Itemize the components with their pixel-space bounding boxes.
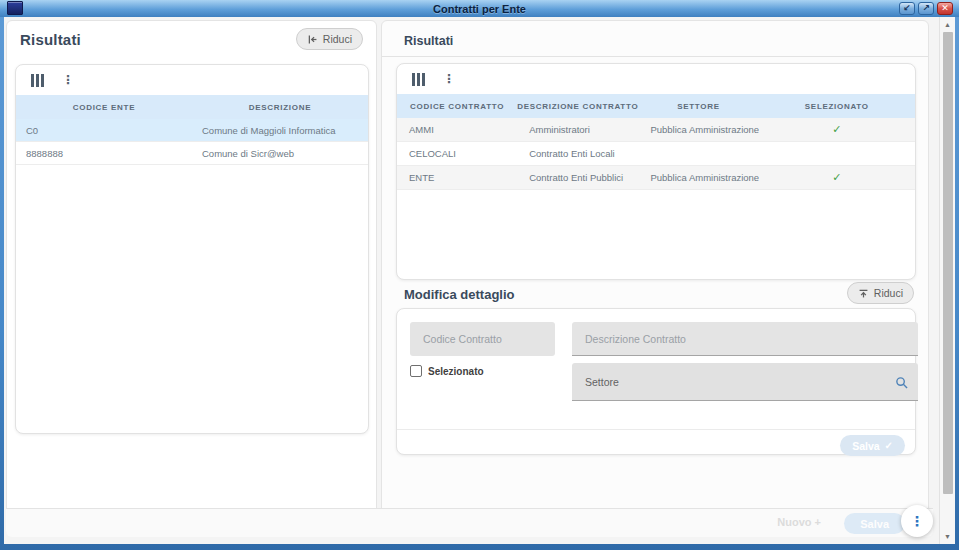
collapse-up-icon xyxy=(858,288,869,299)
table-menu-icon[interactable]: ⋮ xyxy=(62,74,74,86)
footer-salva-button[interactable]: Salva xyxy=(844,513,905,534)
codice-contratto-input[interactable] xyxy=(410,322,555,356)
collapse-button-label: Riduci xyxy=(323,33,352,45)
selezionato-checkbox[interactable] xyxy=(410,365,422,377)
column-header-codice-contratto[interactable]: CODICE CONTRATTO xyxy=(397,102,517,111)
table-row[interactable]: CELOCALIContratto Enti Locali xyxy=(397,142,915,166)
detail-form-card: Selezionato Salva ✓ xyxy=(396,308,916,455)
selezionato-label: Selezionato xyxy=(428,366,484,377)
descrizione-contratto-input[interactable] xyxy=(572,322,918,356)
titlebar: Contratti per Ente ↙ ↗ ✕ xyxy=(0,0,959,17)
ente-table-rows: C0Comune di Maggioli Informatica8888888C… xyxy=(16,119,368,165)
nuovo-button[interactable]: Nuovo + xyxy=(777,516,821,528)
table-row[interactable]: AMMIAmministratoriPubblica Amministrazio… xyxy=(397,118,915,142)
table-row[interactable]: ENTEContratto Enti PubbliciPubblica Ammi… xyxy=(397,166,915,190)
app-logo-icon xyxy=(7,1,23,15)
footer-bar: Nuovo + Salva ⋮ xyxy=(6,508,933,537)
enti-table-toolbar: ⋮ xyxy=(16,65,368,95)
column-header-codice-ente[interactable]: CODICE ENTE xyxy=(16,103,192,112)
contratti-results-title: Risultati xyxy=(404,34,453,48)
table-row[interactable]: 8888888Comune di Sicr@web xyxy=(16,142,368,165)
column-header-descrizione-contratto[interactable]: DESCRIZIONE CONTRATTO xyxy=(517,102,638,111)
divider xyxy=(382,56,928,57)
enti-table-header: CODICE ENTE DESCRIZIONE xyxy=(16,95,368,119)
contratti-table-card: ⋮ CODICE CONTRATTO DESCRIZIONE CONTRATTO… xyxy=(396,63,916,280)
table-menu-icon[interactable]: ⋮ xyxy=(443,73,455,85)
maximize-window-button[interactable]: ↗ xyxy=(918,2,934,15)
enti-table-card: ⋮ CODICE ENTE DESCRIZIONE C0Comune di Ma… xyxy=(15,64,369,434)
vertical-scrollbar[interactable]: ▲ ▼ xyxy=(939,17,955,544)
footer-menu-fab[interactable]: ⋮ xyxy=(901,505,933,537)
window-content: Risultati Riduci ⋮ CODICE ENTE xyxy=(4,17,955,544)
collapse-button-label: Riduci xyxy=(874,287,903,299)
settore-input[interactable] xyxy=(572,363,918,401)
app-window: Contratti per Ente ↙ ↗ ✕ Risultati Riduc… xyxy=(0,0,959,550)
columns-icon[interactable] xyxy=(31,74,44,87)
selezionato-checkbox-row: Selezionato xyxy=(410,365,484,377)
enti-panel-title: Risultati xyxy=(20,31,81,48)
scroll-up-icon[interactable]: ▲ xyxy=(940,21,955,28)
column-header-descrizione[interactable]: DESCRIZIONE xyxy=(192,103,368,112)
table-row[interactable]: C0Comune di Maggioli Informatica xyxy=(16,119,368,142)
check-icon: ✓ xyxy=(759,171,915,184)
search-icon[interactable] xyxy=(895,375,908,393)
contratto-table-rows: AMMIAmministratoriPubblica Amministrazio… xyxy=(397,118,915,190)
contratti-table-header: CODICE CONTRATTO DESCRIZIONE CONTRATTO S… xyxy=(397,94,915,118)
check-icon: ✓ xyxy=(885,440,893,451)
contratti-table-toolbar: ⋮ xyxy=(397,64,915,94)
columns-icon[interactable] xyxy=(412,73,425,86)
save-detail-button[interactable]: Salva ✓ xyxy=(840,435,905,456)
column-header-settore[interactable]: SETTORE xyxy=(638,102,758,111)
collapse-detail-button[interactable]: Riduci xyxy=(847,282,914,304)
divider xyxy=(397,429,915,430)
collapse-left-icon xyxy=(307,34,318,45)
check-icon: ✓ xyxy=(759,123,915,136)
collapse-enti-panel-button[interactable]: Riduci xyxy=(296,28,363,50)
close-window-button[interactable]: ✕ xyxy=(937,2,953,15)
restore-window-button[interactable]: ↙ xyxy=(899,2,915,15)
detail-section-title: Modifica dettaglio xyxy=(404,287,515,302)
enti-panel: Risultati Riduci ⋮ CODICE ENTE xyxy=(6,20,377,536)
scrollbar-thumb[interactable] xyxy=(943,32,953,494)
scroll-down-icon[interactable]: ▼ xyxy=(940,533,955,540)
contratti-panel: Risultati ⋮ CODICE CONTRATTO DESCRIZIONE… xyxy=(381,20,929,536)
kebab-menu-icon: ⋮ xyxy=(910,513,924,529)
window-title: Contratti per Ente xyxy=(0,3,959,15)
column-header-selezionato[interactable]: SELEZIONATO xyxy=(759,102,915,111)
plus-icon: + xyxy=(815,516,821,528)
